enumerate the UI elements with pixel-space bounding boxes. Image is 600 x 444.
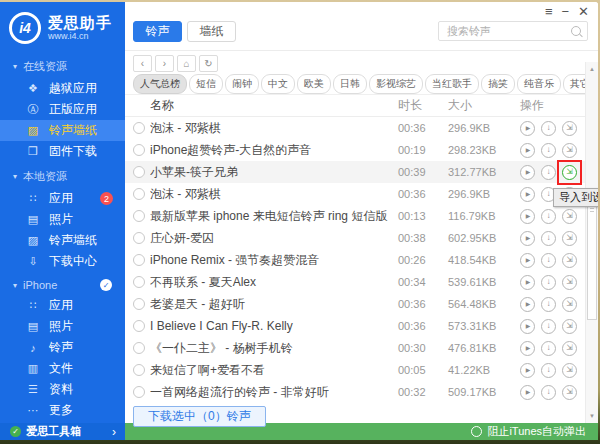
tab-wallpaper[interactable]: 墙纸	[187, 21, 236, 42]
search-box[interactable]	[438, 21, 588, 41]
close-icon[interactable]: ✕	[578, 5, 589, 18]
import-to-device-icon[interactable]: ⇲	[562, 253, 577, 268]
table-row[interactable]: 一首网络超流行的铃声 - 非常好听00:32509.17KB▶↓⇲	[125, 381, 598, 403]
import-to-device-icon[interactable]: ⇲导入到设备	[562, 165, 577, 180]
sidebar-section-header[interactable]: ▾iPhone✓	[0, 272, 125, 295]
row-checkbox[interactable]	[133, 122, 145, 134]
scrollbar-up-icon[interactable]: ▲	[586, 63, 598, 75]
import-to-device-icon[interactable]: ⇲	[562, 209, 577, 224]
row-checkbox[interactable]	[133, 254, 145, 266]
sidebar-item-download-center[interactable]: ⇩下载中心	[0, 251, 125, 272]
download-icon[interactable]: ↓	[541, 231, 556, 246]
category-pill[interactable]: 纯音乐	[517, 74, 561, 94]
play-icon[interactable]: ▶	[520, 187, 535, 202]
sidebar-item-genuine-apps[interactable]: Ⓐ正版应用	[0, 99, 125, 120]
import-to-device-icon[interactable]: ⇲	[562, 363, 577, 378]
table-row[interactable]: 小苹果-筷子兄弟00:39312.77KB▶↓⇲导入到设备	[125, 161, 598, 183]
download-icon[interactable]: ↓	[541, 363, 556, 378]
sidebar-item-more[interactable]: ⋯更多	[0, 400, 125, 421]
sidebar-item-firmware-download[interactable]: ❒固件下载	[0, 141, 125, 162]
play-icon[interactable]: ▶	[520, 319, 535, 334]
home-icon[interactable]: ⌂	[177, 55, 196, 72]
table-row[interactable]: 来短信了啊+爱看不看00:0541.22KB▶↓⇲	[125, 359, 598, 381]
sidebar-section-header[interactable]: ▾在线资源	[0, 52, 125, 78]
forward-icon[interactable]: ›	[155, 55, 174, 72]
minimize-icon[interactable]: −	[562, 5, 570, 18]
play-icon[interactable]: ▶	[520, 209, 535, 224]
table-row[interactable]: 泡沫 - 邓紫棋00:36296.9KB▶↓⇲	[125, 183, 598, 205]
play-icon[interactable]: ▶	[520, 253, 535, 268]
sidebar-item-iphone-files[interactable]: ▥文件	[0, 358, 125, 379]
category-pill[interactable]: 人气总榜	[133, 74, 187, 94]
play-icon[interactable]: ▶	[520, 121, 535, 136]
menu-icon[interactable]: ≡	[545, 5, 553, 18]
import-to-device-icon[interactable]: ⇲	[562, 275, 577, 290]
row-checkbox[interactable]	[133, 166, 145, 178]
sidebar-item-iphone-apps[interactable]: ∷应用	[0, 295, 125, 316]
download-selected-button[interactable]: 下载选中（0）铃声	[133, 406, 266, 427]
row-checkbox[interactable]	[133, 320, 145, 332]
sidebar-item-iphone-data[interactable]: ☰资料	[0, 379, 125, 400]
table-row[interactable]: 泡沫 - 邓紫棋00:36296.9KB▶↓⇲	[125, 117, 598, 139]
scrollbar-down-icon[interactable]: ▼	[586, 410, 598, 422]
sidebar-item-local-photos[interactable]: ▤照片	[0, 209, 125, 230]
category-pill[interactable]: 中文	[261, 74, 295, 94]
refresh-icon[interactable]: ↻	[199, 55, 218, 72]
import-to-device-icon[interactable]: ⇲	[562, 297, 577, 312]
category-pill[interactable]: 搞笑	[481, 74, 515, 94]
download-icon[interactable]: ↓	[541, 143, 556, 158]
download-icon[interactable]: ↓	[541, 319, 556, 334]
sidebar-item-iphone-ringtones[interactable]: ♪铃声	[0, 337, 125, 358]
download-icon[interactable]: ↓	[541, 385, 556, 400]
sidebar-item-ringtone-wallpaper[interactable]: ▨铃声墙纸	[0, 120, 125, 141]
import-to-device-icon[interactable]: ⇲	[562, 385, 577, 400]
import-to-device-icon[interactable]: ⇲	[562, 319, 577, 334]
import-to-device-icon[interactable]: ⇲	[562, 231, 577, 246]
play-icon[interactable]: ▶	[520, 297, 535, 312]
sidebar-section-header[interactable]: ▾本地资源	[0, 162, 125, 188]
row-checkbox[interactable]	[133, 364, 145, 376]
table-row[interactable]: 老婆是天 - 超好听00:36564.48KB▶↓⇲	[125, 293, 598, 315]
play-icon[interactable]: ▶	[520, 231, 535, 246]
play-icon[interactable]: ▶	[520, 341, 535, 356]
category-pill[interactable]: 日韩	[333, 74, 367, 94]
download-icon[interactable]: ↓	[541, 121, 556, 136]
scrollbar-thumb[interactable]	[587, 195, 597, 320]
table-row[interactable]: iPhone超赞铃声-大自然的声音00:19298.23KB▶↓⇲	[125, 139, 598, 161]
table-row[interactable]: 庄心妍-爱囚00:38602.95KB▶↓⇲	[125, 227, 598, 249]
play-icon[interactable]: ▶	[520, 385, 535, 400]
download-icon[interactable]: ↓	[541, 253, 556, 268]
row-checkbox[interactable]	[133, 342, 145, 354]
category-pill[interactable]: 当红歌手	[425, 74, 479, 94]
play-icon[interactable]: ▶	[520, 275, 535, 290]
row-checkbox[interactable]	[133, 298, 145, 310]
download-icon[interactable]: ↓	[541, 297, 556, 312]
row-checkbox[interactable]	[133, 232, 145, 244]
table-row[interactable]: 《一仆二主》 - 杨树手机铃00:30476.81KB▶↓⇲	[125, 337, 598, 359]
table-row[interactable]: iPhone Remix - 强节奏超赞混音00:26418.54KB▶↓⇲	[125, 249, 598, 271]
sidebar-item-local-ringtone-wallpaper[interactable]: ▨铃声墙纸	[0, 230, 125, 251]
download-icon[interactable]: ↓	[541, 275, 556, 290]
table-row[interactable]: I Believe I Can Fly-R. Kelly00:36573.31K…	[125, 315, 598, 337]
search-input[interactable]	[445, 24, 571, 38]
row-checkbox[interactable]	[133, 144, 145, 156]
tab-ringtone[interactable]: 铃声	[133, 21, 182, 42]
import-to-device-icon[interactable]: ⇲	[562, 143, 577, 158]
back-icon[interactable]: ‹	[133, 55, 152, 72]
category-pill[interactable]: 影视综艺	[369, 74, 423, 94]
import-to-device-icon[interactable]: ⇲	[562, 341, 577, 356]
category-pill[interactable]: 短信	[189, 74, 223, 94]
download-icon[interactable]: ↓	[541, 209, 556, 224]
scrollbar[interactable]: ▲ ▼	[585, 62, 598, 423]
play-icon[interactable]: ▶	[520, 165, 535, 180]
table-row[interactable]: 最新版苹果 iphone 来电短信铃声 ring 短信版00:13116.79K…	[125, 205, 598, 227]
download-icon[interactable]: ↓	[541, 341, 556, 356]
sidebar-item-iphone-photos[interactable]: ▤照片	[0, 316, 125, 337]
category-pill[interactable]: 闹钟	[225, 74, 259, 94]
download-icon[interactable]: ↓	[541, 165, 556, 180]
sidebar-item-jailbreak-apps[interactable]: ❖越狱应用	[0, 78, 125, 99]
sidebar-item-local-apps[interactable]: ∷应用2	[0, 188, 125, 209]
row-checkbox[interactable]	[133, 276, 145, 288]
row-checkbox[interactable]	[133, 188, 145, 200]
play-icon[interactable]: ▶	[520, 143, 535, 158]
